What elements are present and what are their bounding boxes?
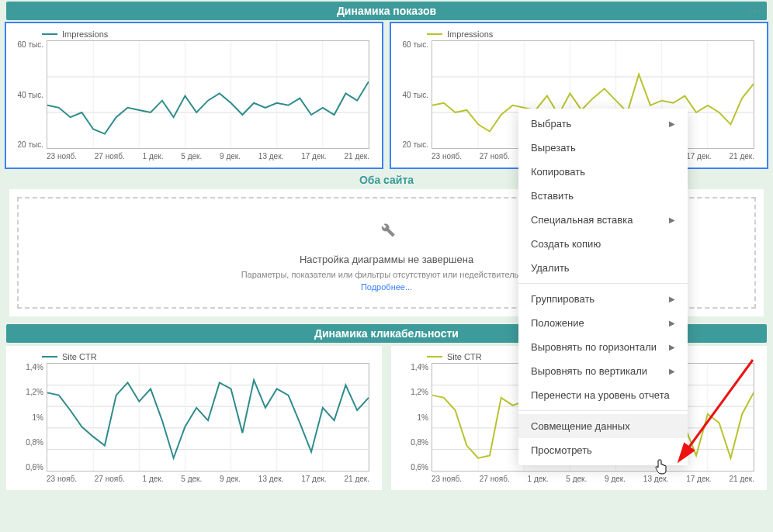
context-menu: Выбрать▶ Вырезать Копировать Вставить Сп…: [518, 109, 688, 465]
legend-label: Impressions: [447, 29, 493, 39]
x-tick: 5 дек.: [181, 152, 202, 164]
annotation-arrow: [675, 355, 761, 472]
y-tick: 60 тыс.: [400, 40, 428, 49]
chart-impressions-left[interactable]: Impressions 60 тыс.40 тыс.20 тыс.23 нояб…: [6, 23, 382, 168]
chart-ctr-left[interactable]: Site CTR 1,4%1,2%1%0,8%0,6%23 нояб.27 но…: [6, 346, 382, 490]
chevron-right-icon: ▶: [669, 295, 675, 303]
x-tick: 17 дек.: [301, 475, 326, 487]
x-tick: 5 дек.: [181, 475, 202, 487]
legend-swatch: [427, 33, 442, 35]
x-tick: 23 нояб.: [432, 475, 462, 487]
ctx-duplicate[interactable]: Создать копию: [518, 232, 688, 256]
ctx-paste[interactable]: Вставить: [518, 184, 688, 208]
y-tick: 1,2%: [16, 388, 43, 396]
y-tick: 1,2%: [400, 388, 428, 396]
ctx-position[interactable]: Положение▶: [518, 311, 688, 335]
x-tick: 21 дек.: [730, 475, 754, 487]
y-tick: 1%: [400, 413, 428, 422]
x-tick: 13 дек.: [258, 475, 283, 487]
x-tick: 5 дек.: [566, 475, 587, 487]
cursor-icon: [654, 459, 668, 478]
y-tick: 20 тыс.: [16, 140, 43, 149]
x-tick: 27 нояб.: [480, 475, 510, 487]
x-tick: 1 дек.: [143, 152, 164, 164]
ctx-align-v[interactable]: Выровнять по вертикали▶: [518, 359, 688, 383]
x-tick: 17 дек.: [686, 475, 711, 487]
legend-label: Impressions: [62, 29, 108, 39]
section-header-impressions: Динамика показов: [6, 2, 767, 20]
y-tick: 0,6%: [400, 463, 428, 472]
y-tick: 40 тыс.: [16, 91, 43, 99]
x-tick: 17 дек.: [301, 152, 326, 164]
y-tick: 0,8%: [400, 438, 428, 447]
ctx-report-level[interactable]: Перенести на уровень отчета: [518, 383, 688, 407]
x-tick: 17 дек.: [686, 152, 711, 164]
x-tick: 1 дек.: [528, 475, 549, 487]
more-menu-icon[interactable]: ⋮: [747, 5, 762, 14]
chevron-right-icon: ▶: [669, 216, 675, 224]
x-tick: 21 дек.: [730, 152, 754, 164]
x-tick: 9 дек.: [605, 475, 626, 487]
y-tick: 60 тыс.: [16, 40, 43, 49]
menu-separator: [518, 283, 688, 284]
x-tick: 27 нояб.: [480, 152, 510, 164]
legend-swatch: [42, 356, 57, 358]
ctx-delete[interactable]: Удалить: [518, 256, 688, 280]
x-tick: 27 нояб.: [95, 475, 125, 487]
chevron-right-icon: ▶: [669, 119, 675, 128]
ctx-group[interactable]: Группировать▶: [518, 287, 688, 311]
chevron-right-icon: ▶: [669, 319, 675, 327]
y-tick: 1,4%: [400, 363, 428, 371]
legend-label: Site CTR: [447, 352, 482, 361]
chevron-right-icon: ▶: [669, 343, 675, 351]
y-tick: 0,8%: [16, 438, 43, 447]
ctx-paste-special[interactable]: Специальная вставка▶: [518, 208, 688, 232]
menu-separator: [518, 410, 688, 411]
chevron-right-icon: ▶: [669, 367, 675, 375]
x-tick: 21 дек.: [345, 475, 369, 487]
ctx-data-blending[interactable]: Совмещение данных: [518, 414, 688, 438]
ctx-align-h[interactable]: Выровнять по горизонтали▶: [518, 335, 688, 359]
x-tick: 27 нояб.: [95, 152, 125, 164]
y-tick: 0,6%: [16, 463, 43, 472]
svg-line-40: [681, 360, 753, 458]
x-tick: 13 дек.: [258, 152, 283, 164]
y-tick: 1%: [16, 413, 43, 422]
x-tick: 23 нояб.: [47, 475, 77, 487]
x-tick: 23 нояб.: [47, 152, 77, 164]
legend-swatch: [427, 356, 442, 358]
x-tick: 23 нояб.: [432, 152, 462, 164]
ctx-select[interactable]: Выбрать▶: [518, 112, 688, 136]
x-tick: 9 дек.: [220, 475, 241, 487]
x-tick: 9 дек.: [220, 152, 241, 164]
y-tick: 40 тыс.: [400, 91, 428, 99]
ctx-copy[interactable]: Копировать: [518, 160, 688, 184]
config-learnmore-link[interactable]: Подробнее...: [361, 282, 412, 292]
y-tick: 1,4%: [16, 363, 43, 371]
legend-label: Site CTR: [62, 352, 97, 361]
ctx-cut[interactable]: Вырезать: [518, 136, 688, 160]
y-tick: 20 тыс.: [400, 140, 428, 149]
x-tick: 1 дек.: [143, 475, 164, 487]
x-tick: 21 дек.: [345, 152, 369, 164]
legend-swatch: [42, 33, 57, 35]
config-subtitle: Параметры, показатели или фильтры отсутс…: [241, 270, 532, 279]
